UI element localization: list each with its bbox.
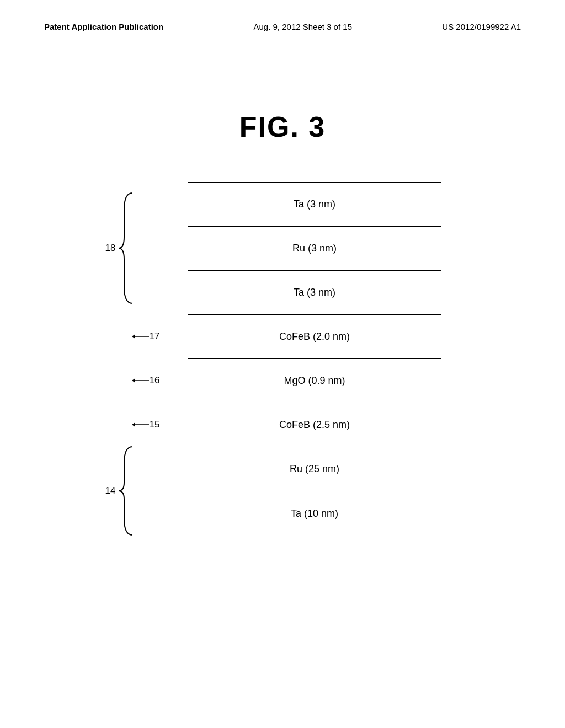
- layer-ta-3nm-top: Ta (3 nm): [188, 183, 441, 227]
- arrow-17-head: [132, 334, 135, 339]
- header-publication-label: Patent Application Publication: [44, 22, 163, 31]
- layer-cofeb-2nm: CoFeB (2.0 nm): [188, 315, 441, 359]
- page-header: Patent Application Publication Aug. 9, 2…: [0, 22, 565, 36]
- layer-cofeb-25nm: CoFeB (2.5 nm): [188, 403, 441, 447]
- label-16-text: 16: [150, 375, 160, 386]
- layer-ta-3nm-mid: Ta (3 nm): [188, 271, 441, 315]
- header-date-sheet: Aug. 9, 2012 Sheet 3 of 15: [254, 22, 352, 31]
- header-patent-number: US 2012/0199922 A1: [442, 22, 521, 31]
- layer-ru-25nm: Ru (25 nm): [188, 447, 441, 491]
- layers-container: Ta (3 nm) Ru (3 nm) Ta (3 nm) CoFeB (2.0…: [188, 182, 441, 536]
- layer-ta-10nm: Ta (10 nm): [188, 491, 441, 536]
- label-14-text: 14: [105, 485, 116, 496]
- bracket-14: [119, 447, 132, 535]
- diagram-labels-svg: 18 17 16 15 14: [77, 182, 188, 546]
- layer-stack: Ta (3 nm) Ru (3 nm) Ta (3 nm) CoFeB (2.0…: [188, 182, 441, 536]
- layer-ru-3nm: Ru (3 nm): [188, 227, 441, 271]
- arrow-16-head: [132, 378, 135, 383]
- layer-mgo: MgO (0.9 nm): [188, 359, 441, 403]
- arrow-15-head: [132, 422, 135, 427]
- label-18-text: 18: [105, 243, 116, 253]
- figure-title: FIG. 3: [0, 110, 565, 143]
- label-17-text: 17: [150, 331, 160, 341]
- bracket-18: [119, 193, 132, 303]
- label-15-text: 15: [150, 419, 160, 430]
